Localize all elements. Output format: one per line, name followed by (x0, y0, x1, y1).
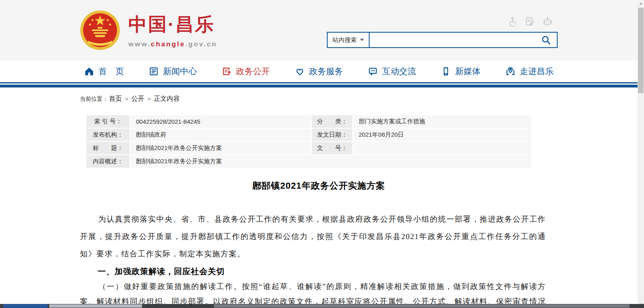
heart-icon (295, 66, 305, 77)
nav-item-gov-service[interactable]: 政务服务 (295, 66, 343, 77)
breadcrumb: 当前位置： 首页 > 公开 > 正文内容 (80, 95, 558, 103)
header-quick-icons (507, 16, 554, 27)
site-logo-link[interactable]: 中国·昌乐 www.changle.gov.cn (80, 10, 217, 50)
accessibility-icon (507, 16, 518, 27)
scrollbar-thumb[interactable] (638, 8, 644, 93)
meta-title-label: 标 题： (86, 142, 130, 154)
article-paragraph: 为认真贯彻落实中央、省、市、县政务公开工作的有关要求，根据县政府政务公开领导小组… (80, 210, 546, 262)
chat-icon (368, 66, 378, 77)
meta-date-label: 发文日期： (312, 129, 352, 141)
robot-assistant-icon (542, 16, 554, 27)
article-body: 为认真贯彻落实中央、省、市、县政务公开工作的有关要求，根据县政府政务公开领导小组… (80, 210, 546, 308)
search-scope-label: 站内搜索 (332, 36, 357, 44)
meta-docnum-label: 文 号： (312, 142, 352, 154)
nav-item-new-media[interactable]: 新媒体 (441, 66, 481, 77)
meta-category-value: 部门实施方案或工作措施 (353, 115, 531, 128)
site-header: 中国·昌乐 www.changle.gov.cn (0, 0, 638, 60)
nav-label: 政务公开 (236, 66, 270, 77)
nav-label: 走进昌乐 (520, 66, 554, 77)
meta-agency-label: 发布机构： (86, 129, 130, 141)
meta-index-label: 索 引 号： (86, 115, 130, 128)
meta-category-label: 分 类： (312, 115, 352, 128)
nav-item-news-center[interactable]: 新闻中心 (148, 66, 197, 77)
site-search: 站内搜索 (327, 32, 558, 48)
breadcrumb-separator: > (125, 96, 128, 102)
breadcrumb-prefix: 当前位置： (80, 96, 108, 103)
nav-label: 互动交流 (382, 66, 416, 77)
document-meta-table: 索 引 号： 004225928/2021-84245 分 类： 部门实施方案或… (86, 115, 529, 168)
search-scope-dropdown[interactable]: 站内搜索 (328, 33, 370, 47)
page-viewport: 中国·昌乐 www.changle.gov.cn (0, 0, 638, 308)
phone-icon (441, 66, 451, 77)
article-section-heading: 一、加强政策解读，回应社会关切 (80, 264, 546, 279)
map-pin-icon (505, 66, 516, 77)
bottom-edge-segment (3, 304, 48, 308)
search-button[interactable] (535, 33, 557, 47)
scroll-up-button[interactable]: ▲ (638, 0, 644, 7)
meta-summary-label: 内容概述： (86, 155, 130, 168)
nav-label: 政务服务 (309, 66, 343, 77)
bottom-edge-segment (214, 304, 629, 308)
vertical-scrollbar: ▲ ▼ (638, 0, 644, 308)
news-icon (148, 66, 159, 77)
chevron-down-icon (360, 39, 364, 41)
nav-item-visit-changle[interactable]: 走进昌乐 (505, 66, 554, 77)
search-input[interactable] (370, 33, 535, 47)
nav-label: 新媒体 (455, 66, 481, 77)
accessibility-button[interactable] (507, 16, 518, 27)
breadcrumb-separator: > (148, 96, 151, 102)
nav-divider-thick (0, 85, 638, 87)
search-icon (541, 35, 551, 45)
nav-item-home[interactable]: 首 页 (84, 66, 124, 77)
document-title: 鄌郚镇2021年政务公开实施方案 (80, 180, 558, 192)
bottom-window-edge (0, 304, 644, 308)
nav-label: 新闻中心 (163, 66, 197, 77)
nav-label: 首 页 (98, 66, 124, 77)
nav-item-interaction[interactable]: 互动交流 (368, 66, 416, 77)
meta-index-value: 004225928/2021-84245 (130, 115, 311, 128)
breadcrumb-home[interactable]: 首页 (109, 95, 122, 103)
meta-agency-value: 鄌郚镇政府 (130, 129, 311, 141)
meta-docnum-value (353, 142, 531, 154)
bottom-edge-segment (49, 304, 142, 308)
robot-assistant-button[interactable] (542, 16, 554, 27)
meta-summary-value: 鄌郚镇2021年政务公开实施方案 (130, 155, 531, 168)
nav-item-gov-open[interactable]: 政务公开 (222, 66, 270, 77)
meta-title-value: 鄌郚镇2021年政务公开实施方案 (130, 142, 311, 154)
breadcrumb-section[interactable]: 公开 (132, 95, 144, 103)
main-nav: 首 页 新闻中心 政务 (0, 60, 638, 87)
home-icon (84, 66, 94, 77)
main-content: 当前位置： 首页 > 公开 > 正文内容 索 引 号： 004225928/20… (80, 87, 558, 308)
breadcrumb-current: 正文内容 (154, 95, 180, 103)
meta-date-value: 2021年08月20日 (353, 129, 531, 141)
site-url: www.changle.gov.cn (128, 40, 217, 48)
content-edit-button[interactable] (525, 16, 536, 27)
content-edit-icon (525, 16, 536, 27)
gov-open-icon (222, 66, 232, 77)
national-emblem-icon (80, 10, 120, 50)
site-name: 中国·昌乐 (128, 12, 217, 37)
